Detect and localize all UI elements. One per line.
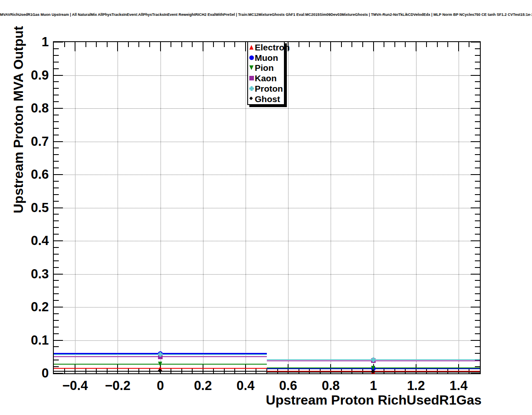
marker-proton <box>371 358 376 362</box>
x-axis-tick-top <box>458 42 459 51</box>
y-axis-tick-right <box>475 161 480 162</box>
y-axis-tick <box>54 108 63 109</box>
legend-marker-diamond-icon <box>248 94 255 104</box>
x-axis-tick-top <box>138 42 139 47</box>
y-axis-tick-right <box>475 194 480 195</box>
y-axis-tick-right <box>475 128 480 129</box>
y-axis-tick <box>54 148 59 148</box>
marker-pion <box>158 362 163 366</box>
y-axis-tick-right <box>475 115 480 115</box>
x-axis-tick-top <box>384 42 384 47</box>
y-axis-tick <box>54 333 59 334</box>
legend-label: Ghost <box>255 95 280 103</box>
y-axis-tick-right <box>475 220 480 221</box>
y-tick-label: 0.3 <box>3 267 49 282</box>
y-tick-label: 0.9 <box>3 68 49 83</box>
marker-ghost <box>158 369 163 373</box>
y-axis-tick <box>54 227 59 228</box>
y-axis-tick <box>54 128 59 129</box>
x-axis-tick-top <box>75 42 75 51</box>
y-axis-tick <box>54 260 59 261</box>
x-axis-tick-top <box>192 42 193 47</box>
x-axis-tick-top <box>85 42 86 47</box>
y-axis-tick <box>54 220 59 221</box>
y-axis-tick-right <box>475 247 480 248</box>
x-tick-label: 0.2 <box>194 378 212 393</box>
y-axis-tick-right <box>475 188 480 188</box>
x-axis-tick-top <box>117 42 118 51</box>
y-axis-tick <box>54 300 59 301</box>
x-axis-tick-top <box>320 42 321 47</box>
y-axis-tick <box>54 174 63 175</box>
y-axis-tick <box>54 181 59 182</box>
x-tick-label: −0.2 <box>105 378 130 393</box>
x-tick-label: −0.4 <box>62 378 88 393</box>
legend-label: Proton <box>255 84 283 93</box>
y-axis-tick-right <box>471 108 480 109</box>
x-tick-label: 0 <box>157 378 164 393</box>
y-axis-tick-right <box>475 293 480 294</box>
y-axis-tick-right <box>475 214 480 215</box>
legend-marker-square-icon <box>248 73 255 83</box>
x-axis-tick-top <box>330 42 331 51</box>
y-axis-tick-right <box>475 366 480 367</box>
y-axis-tick-right <box>475 121 480 122</box>
y-axis-tick <box>54 62 59 62</box>
y-axis-tick-right <box>475 353 480 354</box>
y-axis-tick <box>54 135 59 135</box>
grid-line-horizontal <box>54 241 480 241</box>
y-axis-tick-right <box>471 208 480 208</box>
y-tick-label: 1 <box>3 35 49 50</box>
y-axis-tick <box>54 254 59 255</box>
y-axis-tick-right <box>471 274 480 275</box>
x-tick-label: 0.8 <box>322 378 340 393</box>
y-axis-tick <box>54 366 59 367</box>
x-axis-tick-top <box>405 42 406 47</box>
y-axis-tick <box>54 42 63 42</box>
y-axis-tick <box>54 327 59 328</box>
y-axis-tick <box>54 280 59 281</box>
y-axis-tick <box>54 194 59 195</box>
y-axis-tick-right <box>475 101 480 102</box>
y-axis-tick <box>54 346 59 347</box>
legend-marker-triangle-up-icon <box>248 42 255 52</box>
y-axis-tick <box>54 208 63 208</box>
y-axis-tick <box>54 95 59 95</box>
legend-item-muon: Muon <box>248 52 284 63</box>
x-tick-label: 0.6 <box>279 378 297 393</box>
legend-label: Pion <box>255 63 274 72</box>
x-axis-tick-top <box>309 42 310 47</box>
y-axis-tick-right <box>475 168 480 168</box>
x-axis-tick-top <box>373 42 374 51</box>
legend: ElectronMuonPionKaonProtonGhost <box>247 41 285 105</box>
legend-item-kaon: Kaon <box>248 73 284 83</box>
y-axis-tick-right <box>475 267 480 268</box>
y-axis-tick-right <box>471 141 480 142</box>
x-tick-label: 1.2 <box>407 378 425 393</box>
x-axis-tick-top <box>437 42 438 47</box>
x-axis-tick-top <box>299 42 299 47</box>
y-axis-tick-right <box>471 340 480 341</box>
y-axis-tick-right <box>475 148 480 148</box>
y-axis-tick-right <box>475 68 480 69</box>
y-axis-tick <box>54 141 63 142</box>
y-axis-tick-right <box>475 95 480 95</box>
y-axis-tick-right <box>475 154 480 155</box>
y-axis-tick <box>54 88 59 89</box>
y-axis-tick-right <box>471 307 480 308</box>
grid-line-horizontal <box>54 142 480 142</box>
y-axis-title: Upstream Proton MVA Output <box>11 26 26 213</box>
legend-item-ghost: Ghost <box>248 94 284 104</box>
y-tick-label: 0.5 <box>3 200 49 215</box>
y-axis-tick <box>54 168 59 168</box>
y-axis-tick <box>54 373 63 374</box>
y-tick-label: 0.4 <box>3 233 49 248</box>
x-axis-tick-top <box>96 42 97 47</box>
legend-label: Muon <box>255 53 278 62</box>
grid-line-horizontal <box>54 307 480 308</box>
x-axis-tick-top <box>394 42 395 47</box>
root-canvas: MVAVRichUsedR1Gas Muon Upstream | All Na… <box>0 0 532 415</box>
x-axis-tick-top <box>160 42 161 51</box>
y-tick-label: 0 <box>3 366 49 381</box>
x-axis-tick-top <box>64 42 65 47</box>
